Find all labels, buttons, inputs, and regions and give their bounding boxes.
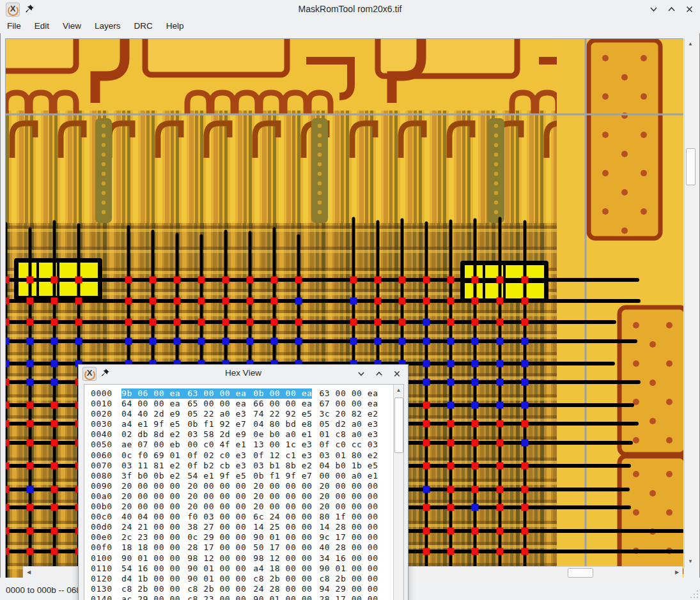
bit-dot-zero[interactable] [27, 486, 34, 493]
bit-dot-one[interactable] [447, 463, 455, 470]
bit-dot-zero[interactable] [522, 379, 529, 386]
hex-byte-group[interactable]: 0c 29 00 00 [187, 532, 246, 542]
bit-dot-one[interactable] [423, 298, 430, 305]
hex-byte-group[interactable]: 90 01 00 00 [187, 564, 246, 574]
hex-byte-group[interactable]: 20 00 00 00 [121, 502, 180, 512]
close-button[interactable] [683, 3, 695, 15]
bit-dot-zero[interactable] [423, 338, 430, 345]
bit-dot-one[interactable] [497, 420, 504, 427]
hex-row[interactable]: 0030a4 e1 9f e50b f1 92 e704 80 bd e805 … [91, 419, 385, 429]
bit-dot-one[interactable] [522, 319, 529, 326]
vertical-scrollbar-thumb[interactable] [686, 148, 696, 185]
bit-dot-one[interactable] [447, 298, 455, 305]
hex-maximize-button[interactable] [373, 368, 385, 380]
bit-dot-one[interactable] [51, 277, 58, 284]
bit-dot-one[interactable] [472, 548, 479, 555]
horizontal-scrollbar-thumb[interactable] [568, 568, 593, 578]
bit-dot-one[interactable] [447, 548, 455, 555]
hex-byte-group[interactable]: 20 00 00 00 [319, 481, 378, 491]
hex-byte-group[interactable]: 74 22 92 e5 [253, 409, 312, 419]
bit-dot-one[interactable] [6, 277, 10, 284]
bit-dot-zero[interactable] [222, 338, 229, 345]
hex-row[interactable]: 0050ae 07 00 eb00 c0 4f e113 00 1c e30f … [91, 440, 385, 450]
bit-dot-one[interactable] [222, 298, 229, 305]
hex-scrollbar-thumb[interactable] [394, 397, 403, 453]
hex-byte-group[interactable]: 2c 23 00 00 [121, 532, 180, 542]
canvas-vertical-scrollbar[interactable]: ▲ ▼ [684, 38, 696, 567]
bit-dot-one[interactable] [447, 486, 455, 493]
bit-dot-zero[interactable] [125, 338, 132, 345]
bit-dot-zero[interactable] [399, 338, 406, 345]
hex-byte-group[interactable]: 04 80 bd e8 [253, 419, 312, 429]
hex-row[interactable]: 0140ac 29 00 00c8 23 00 0090 01 00 0028 … [91, 594, 385, 600]
hex-byte-group[interactable]: 20 00 00 00 [253, 502, 312, 512]
menu-item-drc[interactable]: DRC [128, 19, 159, 33]
hex-byte-group[interactable]: c8 2b 00 00 [187, 584, 246, 594]
hex-byte-group[interactable]: 80 1f 00 00 [319, 512, 378, 522]
bit-dot-zero[interactable] [447, 379, 455, 386]
bit-dot-one[interactable] [497, 277, 504, 284]
bit-dot-one[interactable] [6, 528, 10, 535]
bit-dot-one[interactable] [75, 298, 82, 305]
hex-byte-group[interactable]: d4 1b 00 00 [121, 574, 180, 584]
bit-dot-zero[interactable] [423, 486, 430, 493]
bit-dot-one[interactable] [75, 319, 82, 326]
bit-dot-zero[interactable] [27, 360, 34, 367]
bit-dot-one[interactable] [27, 440, 34, 447]
hex-byte-group[interactable]: 20 00 00 00 [187, 502, 246, 512]
bit-dot-one[interactable] [75, 277, 82, 284]
bit-dot-zero[interactable] [522, 402, 529, 409]
hex-row[interactable]: 00600c f0 69 010f 02 c0 e30f 12 c1 e303 … [91, 450, 385, 461]
bit-dot-zero[interactable] [375, 338, 382, 345]
bit-dot-one[interactable] [447, 504, 455, 511]
hex-byte-group[interactable]: 03 01 80 e2 [319, 450, 378, 461]
bit-dot-zero[interactable] [522, 338, 529, 345]
bit-dot-one[interactable] [6, 402, 10, 409]
hex-scrollbar[interactable]: ▲ [393, 385, 403, 600]
bit-dot-one[interactable] [497, 548, 504, 555]
hex-row[interactable]: 00b020 00 00 0020 00 00 0020 00 00 0020 … [91, 502, 385, 512]
hex-byte-group[interactable]: c8 2b 00 00 [121, 584, 180, 594]
hex-byte-group[interactable]: 0f c0 cc 03 [319, 440, 378, 450]
bit-dot-one[interactable] [447, 277, 455, 284]
bit-dot-one[interactable] [125, 319, 132, 326]
hex-byte-group[interactable]: 05 d2 a0 e3 [319, 419, 378, 429]
bit-dot-one[interactable] [423, 420, 430, 427]
bit-dot-one[interactable] [522, 486, 529, 493]
hex-byte-group[interactable]: 0b f1 92 e7 [187, 419, 246, 429]
bit-dot-zero[interactable] [6, 360, 10, 367]
bit-dot-one[interactable] [350, 319, 357, 326]
hex-byte-group[interactable]: 0c f0 69 01 [121, 450, 180, 461]
hex-byte-group[interactable]: 20 00 00 00 [187, 481, 246, 491]
bit-dot-one[interactable] [6, 463, 10, 470]
bit-dot-zero[interactable] [174, 338, 181, 345]
bit-dot-zero[interactable] [295, 298, 302, 305]
scroll-left-arrow-icon[interactable]: ◀ [24, 567, 34, 578]
bit-dot-zero[interactable] [472, 402, 479, 409]
hex-byte-group[interactable]: 9c 17 00 00 [319, 532, 378, 542]
menu-item-layers[interactable]: Layers [88, 19, 127, 33]
resize-grip[interactable] [689, 589, 698, 598]
hex-byte-group[interactable]: 20 00 00 00 [121, 491, 180, 502]
bit-dot-one[interactable] [472, 528, 479, 535]
bit-highlight-cell[interactable] [59, 281, 77, 296]
bit-highlight-cell[interactable] [59, 263, 77, 278]
hex-byte-group[interactable]: 64 00 00 ea [121, 399, 180, 409]
hex-byte-group[interactable]: c8 2b 00 00 [319, 574, 378, 584]
bit-dot-one[interactable] [51, 486, 58, 493]
bit-dot-one[interactable] [423, 504, 430, 511]
bit-dot-one[interactable] [472, 420, 479, 427]
bit-dot-one[interactable] [27, 402, 34, 409]
bit-dot-zero[interactable] [350, 298, 357, 305]
bit-dot-one[interactable] [51, 420, 58, 427]
hex-row[interactable]: 0120d4 1b 00 0090 01 00 00c8 2b 00 00c8 … [91, 574, 385, 584]
hex-byte-group[interactable]: 00 00 a0 e1 [319, 471, 378, 481]
hex-row[interactable]: 0130c8 2b 00 00c8 2b 00 0024 28 00 0094 … [91, 584, 385, 594]
hex-byte-group[interactable]: 20 00 00 00 [253, 491, 312, 502]
main-titlebar[interactable]: X MaskRomTool rom20x6.tif [0, 0, 700, 18]
bit-dot-one[interactable] [447, 440, 455, 447]
bit-dot-one[interactable] [522, 548, 529, 555]
bit-dot-one[interactable] [423, 528, 430, 535]
bit-dot-one[interactable] [375, 319, 382, 326]
bit-dot-one[interactable] [27, 277, 34, 284]
